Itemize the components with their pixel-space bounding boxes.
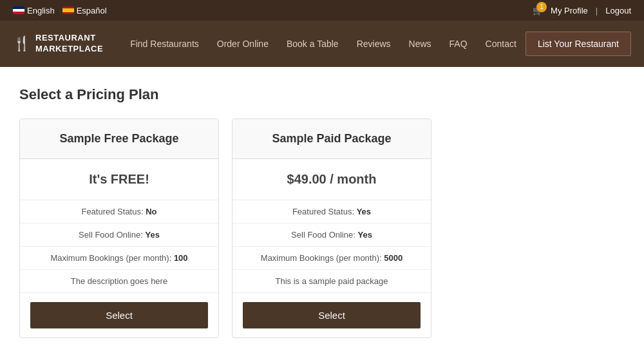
nav-links: Find Restaurants Order Online Book a Tab… bbox=[122, 33, 526, 54]
free-bookings-label: Maximum Bookings (per month): bbox=[50, 253, 171, 263]
paid-featured-status: Featured Status: Yes bbox=[232, 200, 431, 223]
free-max-bookings: Maximum Bookings (per month): 100 bbox=[20, 247, 218, 270]
divider: | bbox=[596, 6, 598, 15]
lang-english[interactable]: English bbox=[13, 6, 55, 15]
free-bookings-value: 100 bbox=[174, 253, 188, 263]
nav-order-online[interactable]: Order Online bbox=[209, 33, 276, 54]
nav-faq[interactable]: FAQ bbox=[442, 33, 475, 54]
my-profile-link[interactable]: My Profile bbox=[551, 6, 588, 15]
lang-espanol[interactable]: Español bbox=[62, 6, 107, 15]
logo-icon: 🍴 bbox=[13, 35, 30, 52]
top-bar: English Español 🛒 1 My Profile | Logout bbox=[0, 0, 644, 21]
paid-bookings-value: 5000 bbox=[384, 253, 402, 263]
paid-sell-label: Sell Food Online: bbox=[291, 230, 355, 240]
paid-max-bookings: Maximum Bookings (per month): 5000 bbox=[232, 247, 431, 270]
free-card-footer: Select bbox=[20, 293, 218, 337]
nav-reviews[interactable]: Reviews bbox=[349, 33, 399, 54]
free-package-price: It's FREE! bbox=[20, 159, 218, 200]
free-featured-value: No bbox=[146, 207, 156, 216]
paid-package-price: $49.00 / month bbox=[232, 159, 431, 200]
flag-es-icon bbox=[62, 6, 74, 14]
cart-badge: 1 bbox=[536, 2, 547, 12]
nav-find-restaurants[interactable]: Find Restaurants bbox=[122, 33, 207, 54]
paid-card-footer: Select bbox=[232, 293, 431, 337]
lang-english-label: English bbox=[27, 6, 55, 15]
lang-espanol-label: Español bbox=[77, 6, 107, 15]
logo[interactable]: 🍴 RESTAURANT MARKETPLACE bbox=[13, 33, 103, 55]
nav-book-a-table[interactable]: Book a Table bbox=[279, 33, 346, 54]
logout-link[interactable]: Logout bbox=[605, 6, 631, 15]
free-package-name: Sample Free Package bbox=[20, 119, 218, 159]
nav-news[interactable]: News bbox=[401, 33, 439, 54]
top-bar-right: 🛒 1 My Profile | Logout bbox=[533, 6, 631, 15]
navbar: 🍴 RESTAURANT MARKETPLACE Find Restaurant… bbox=[0, 21, 644, 67]
logo-line1: RESTAURANT bbox=[35, 33, 103, 44]
list-restaurant-button[interactable]: List Your Restaurant bbox=[526, 32, 631, 56]
nav-contact[interactable]: Contact bbox=[478, 33, 524, 54]
flag-en-icon bbox=[13, 6, 24, 14]
paid-package-card: Sample Paid Package $49.00 / month Featu… bbox=[232, 119, 431, 338]
free-sell-label: Sell Food Online: bbox=[79, 230, 143, 240]
cart-icon[interactable]: 🛒 1 bbox=[533, 6, 543, 15]
main-content: Select a Pricing Plan Sample Free Packag… bbox=[0, 67, 644, 351]
paid-sell-value: Yes bbox=[357, 230, 372, 240]
free-featured-label: Featured Status: bbox=[81, 207, 143, 216]
logo-text: RESTAURANT MARKETPLACE bbox=[35, 33, 103, 55]
paid-select-button[interactable]: Select bbox=[243, 302, 421, 328]
page-title: Select a Pricing Plan bbox=[19, 86, 625, 103]
paid-package-name: Sample Paid Package bbox=[232, 119, 431, 159]
logo-line2: MARKETPLACE bbox=[35, 44, 103, 55]
free-package-card: Sample Free Package It's FREE! Featured … bbox=[19, 119, 219, 338]
free-description: The description goes here bbox=[20, 270, 218, 293]
free-sell-value: Yes bbox=[145, 230, 159, 240]
free-featured-status: Featured Status: No bbox=[20, 200, 218, 223]
paid-sell-food: Sell Food Online: Yes bbox=[232, 223, 431, 247]
pricing-cards: Sample Free Package It's FREE! Featured … bbox=[19, 119, 625, 338]
paid-featured-value: Yes bbox=[357, 207, 371, 216]
free-select-button[interactable]: Select bbox=[30, 302, 208, 328]
paid-featured-label: Featured Status: bbox=[292, 207, 354, 216]
paid-description: This is a sample paid package bbox=[232, 270, 431, 293]
free-sell-food: Sell Food Online: Yes bbox=[20, 223, 218, 247]
paid-bookings-label: Maximum Bookings (per month): bbox=[261, 253, 382, 263]
language-switcher: English Español bbox=[13, 6, 107, 15]
